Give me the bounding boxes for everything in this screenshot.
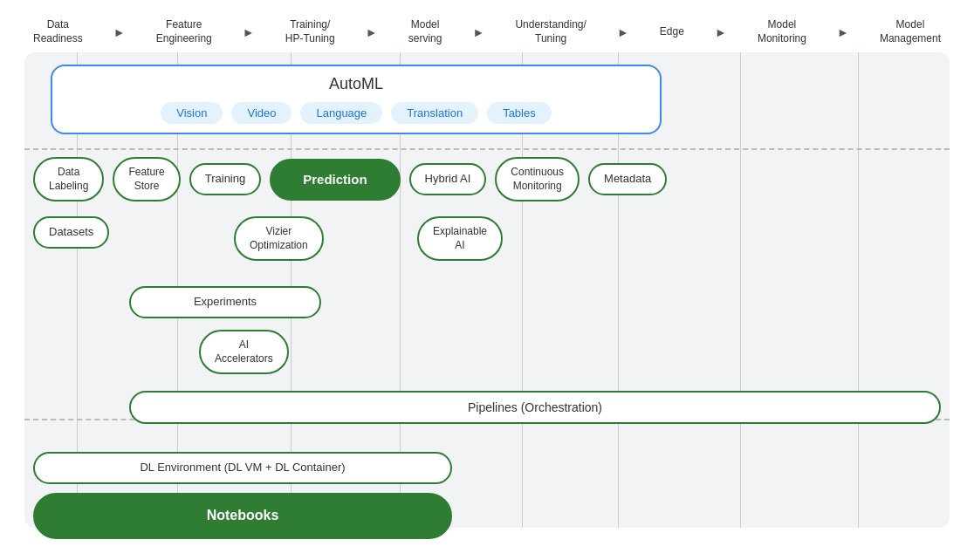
chip-translation: Translation [391, 102, 478, 124]
diagram-container: DataReadiness ► FeatureEngineering ► Tra… [24, 18, 950, 542]
arrow-icon: ► [243, 25, 255, 39]
pipelines-row: Pipelines (Orchestration) [129, 391, 941, 424]
chip-language: Language [300, 102, 382, 124]
arrow-icon: ► [366, 25, 378, 39]
chip-video: Video [231, 102, 292, 124]
pipeline-item-edge: Edge [660, 25, 684, 39]
pipeline-item-feature-engineering: FeatureEngineering [156, 18, 212, 45]
pill-ai-accelerators[interactable]: AIAccelerators [199, 330, 289, 374]
pill-continuous-monitoring[interactable]: ContinuousMonitoring [495, 157, 580, 201]
automl-title: AutoML [66, 75, 646, 93]
pill-dl-env[interactable]: DL Environment (DL VM + DL Container) [33, 452, 452, 484]
hline-1 [24, 148, 950, 150]
chip-vision: Vision [161, 102, 223, 124]
row2: Datasets [33, 216, 109, 249]
arrow-icon: ► [113, 25, 126, 39]
pipeline-item-data-readiness: DataReadiness [33, 18, 83, 45]
arrow-icon: ► [617, 25, 629, 39]
arrow-icon: ► [473, 25, 485, 39]
row5: AIAccelerators [199, 330, 289, 374]
pill-explainable-ai[interactable]: ExplainableAI [417, 216, 503, 261]
chip-tables: Tables [487, 102, 552, 124]
pill-experiments[interactable]: Experiments [129, 286, 321, 318]
pill-vizier[interactable]: VizierOptimization [234, 216, 324, 261]
pipeline-item-training: Training/HP-Tuning [285, 18, 335, 45]
row4: Experiments [129, 286, 321, 318]
dl-section: DL Environment (DL VM + DL Container) No… [33, 452, 941, 539]
components-area: DataLabeling FeatureStore Training Predi… [24, 157, 950, 528]
pill-notebooks[interactable]: Notebooks [33, 493, 452, 539]
pill-data-labeling[interactable]: DataLabeling [33, 157, 104, 201]
arrow-icon: ► [837, 25, 849, 39]
pipeline-item-understanding: Understanding/Tuning [515, 18, 586, 45]
main-area: AutoML Vision Video Language Translation… [24, 52, 950, 528]
pill-pipelines[interactable]: Pipelines (Orchestration) [129, 391, 941, 424]
automl-chips: Vision Video Language Translation Tables [66, 102, 646, 124]
pill-prediction[interactable]: Prediction [270, 159, 400, 201]
pill-hybrid-ai[interactable]: Hybrid AI [409, 163, 487, 195]
pill-datasets[interactable]: Datasets [33, 216, 109, 249]
row3: VizierOptimization [234, 216, 324, 261]
pill-feature-store[interactable]: FeatureStore [113, 157, 180, 201]
pipeline-item-model-management: ModelManagement [880, 18, 941, 45]
automl-box: AutoML Vision Video Language Translation… [51, 65, 662, 134]
row1: DataLabeling FeatureStore Training Predi… [33, 157, 941, 201]
explainable-area: ExplainableAI [417, 216, 503, 261]
pipeline-item-model-monitoring: ModelMonitoring [758, 18, 806, 45]
pill-training[interactable]: Training [189, 163, 261, 195]
arrow-icon: ► [715, 25, 727, 39]
pipeline-bar: DataReadiness ► FeatureEngineering ► Tra… [24, 18, 950, 45]
pill-metadata[interactable]: Metadata [588, 163, 667, 195]
pipeline-item-model-serving: Modelserving [408, 18, 442, 45]
